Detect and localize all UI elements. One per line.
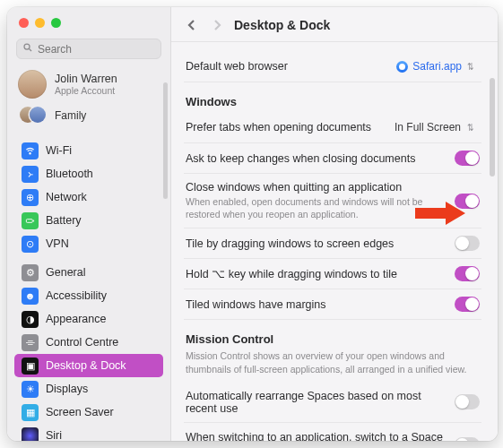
search-input[interactable]	[16, 39, 161, 59]
battery-icon	[22, 212, 39, 229]
sidebar-item-wifi[interactable]: Wi-Fi	[14, 139, 163, 162]
dock-icon: ▣	[22, 358, 39, 375]
tile-edges-toggle[interactable]	[455, 236, 480, 251]
scrollbar[interactable]	[490, 78, 495, 177]
sidebar-item-label: Displays	[46, 383, 88, 395]
section-windows: Windows	[184, 82, 481, 112]
row-label: Hold ⌥ key while dragging windows to til…	[186, 267, 447, 280]
content-header: Desktop & Dock	[171, 7, 498, 42]
row-hold-option: Hold ⌥ key while dragging windows to til…	[184, 259, 481, 289]
svg-point-2	[30, 152, 30, 153]
settings-window: Jolin Warren Apple Account Family Wi-Fi …	[7, 7, 498, 441]
row-prefer-tabs: Prefer tabs when opening documents In Fu…	[184, 112, 481, 143]
row-label: Tiled windows have margins	[186, 298, 447, 311]
svg-line-1	[30, 49, 32, 52]
margins-toggle[interactable]	[455, 297, 480, 312]
sidebar-item-control-centre[interactable]: ⌯ Control Centre	[14, 331, 163, 354]
sidebar-item-general[interactable]: ⚙ General	[14, 261, 163, 284]
sidebar-item-label: Wi-Fi	[46, 144, 72, 157]
row-label: Ask to keep changes when closing documen…	[186, 152, 447, 165]
sidebar-item-label: Network	[46, 191, 87, 203]
switch-space-toggle[interactable]	[455, 437, 480, 441]
avatar	[18, 70, 47, 99]
row-label: When switching to an application, switch…	[186, 430, 447, 441]
displays-icon: ☀	[22, 381, 39, 398]
siri-icon	[22, 427, 39, 442]
section-mission-control: Mission Control	[184, 320, 481, 349]
ask-keep-toggle[interactable]	[455, 151, 480, 166]
content-body: Default web browser Safari.app ⇅ Windows…	[171, 42, 498, 441]
sidebar-item-displays[interactable]: ☀ Displays	[14, 377, 163, 401]
back-button[interactable]	[184, 17, 200, 33]
appearance-icon: ◑	[22, 311, 39, 328]
sidebar-item-label: Desktop & Dock	[46, 359, 126, 372]
minimize-icon[interactable]	[35, 18, 45, 28]
rearrange-spaces-toggle[interactable]	[455, 394, 480, 409]
sidebar: Jolin Warren Apple Account Family Wi-Fi …	[7, 7, 171, 441]
sidebar-item-label: General	[46, 266, 85, 279]
sidebar-item-network[interactable]: ⊕ Network	[14, 185, 163, 209]
sidebar-item-accessibility[interactable]: ☻ Accessibility	[14, 284, 163, 307]
sidebar-item-battery[interactable]: Battery	[14, 209, 163, 232]
row-label: Close windows when quitting an applicati…	[186, 181, 447, 194]
row-label: Default web browser	[186, 60, 384, 73]
sidebar-item-appearance[interactable]: ◑ Appearance	[14, 307, 163, 331]
account-name: Jolin Warren	[55, 73, 117, 85]
row-label: Tile by dragging windows to screen edges	[186, 237, 447, 250]
accessibility-icon: ☻	[22, 288, 39, 305]
account-sub: Apple Account	[55, 85, 117, 96]
row-label: Automatically rearrange Spaces based on …	[186, 390, 447, 415]
row-label: Prefer tabs when opening documents	[186, 121, 382, 134]
svg-rect-4	[33, 220, 34, 221]
row-switch-space: When switching to an application, switch…	[184, 423, 481, 441]
sidebar-item-family[interactable]: Family	[7, 104, 170, 132]
sidebar-item-label: Appearance	[46, 313, 106, 325]
sidebar-item-label: Bluetooth	[46, 168, 93, 180]
hold-option-toggle[interactable]	[455, 266, 480, 281]
screensaver-icon: ▦	[22, 404, 39, 421]
sidebar-item-vpn[interactable]: ⊙ VPN	[14, 232, 163, 255]
gear-icon: ⚙	[22, 264, 39, 281]
row-close-on-quit: Close windows when quitting an applicati…	[184, 174, 481, 228]
row-default-browser: Default web browser Safari.app ⇅	[184, 51, 481, 82]
page-title: Desktop & Dock	[234, 18, 330, 32]
control-centre-icon: ⌯	[22, 334, 39, 351]
prefer-tabs-selector[interactable]: In Full Screen ⇅	[389, 119, 480, 135]
mission-control-subtext: Mission Control shows an overview of you…	[184, 349, 481, 382]
row-rearrange-spaces: Automatically rearrange Spaces based on …	[184, 383, 481, 423]
sidebar-list: Wi-Fi ᚛ Bluetooth ⊕ Network Battery ⊙ VP…	[7, 132, 170, 441]
wifi-icon	[22, 142, 39, 159]
sidebar-item-account[interactable]: Jolin Warren Apple Account	[7, 65, 170, 104]
sidebar-item-label: Accessibility	[46, 289, 107, 302]
content-panel: Desktop & Dock Default web browser Safar…	[171, 7, 498, 441]
sidebar-item-screen-saver[interactable]: ▦ Screen Saver	[14, 401, 163, 424]
vpn-icon: ⊙	[22, 236, 39, 253]
sidebar-item-label: Siri	[46, 429, 62, 441]
row-tiled-margins: Tiled windows have margins	[184, 289, 481, 320]
prefer-tabs-value: In Full Screen	[395, 121, 461, 134]
maximize-icon[interactable]	[51, 18, 61, 28]
forward-button[interactable]	[209, 17, 225, 33]
close-icon[interactable]	[19, 18, 29, 28]
default-browser-value: Safari.app	[412, 60, 462, 73]
sidebar-scrollbar[interactable]	[163, 82, 168, 199]
row-tile-edges: Tile by dragging windows to screen edges	[184, 228, 481, 259]
row-ask-keep-changes: Ask to keep changes when closing documen…	[184, 143, 481, 174]
default-browser-selector[interactable]: Safari.app ⇅	[391, 58, 480, 74]
sidebar-item-label: Battery	[46, 214, 82, 227]
svg-rect-3	[26, 219, 32, 222]
close-quit-toggle[interactable]	[455, 194, 480, 209]
sidebar-item-label: Control Centre	[46, 336, 118, 349]
safari-icon	[396, 61, 408, 73]
bluetooth-icon: ᚛	[22, 166, 39, 183]
sidebar-item-bluetooth[interactable]: ᚛ Bluetooth	[14, 162, 163, 185]
svg-point-0	[24, 44, 30, 49]
search-field[interactable]	[38, 43, 172, 56]
chevron-up-down-icon: ⇅	[467, 122, 473, 134]
sidebar-item-desktop-dock[interactable]: ▣ Desktop & Dock	[14, 354, 163, 377]
family-label: Family	[55, 109, 86, 122]
row-subtext: When enabled, open documents and windows…	[186, 194, 447, 220]
sidebar-item-siri[interactable]: Siri	[14, 424, 163, 441]
search-icon	[22, 42, 33, 56]
chevron-up-down-icon: ⇅	[467, 61, 473, 73]
